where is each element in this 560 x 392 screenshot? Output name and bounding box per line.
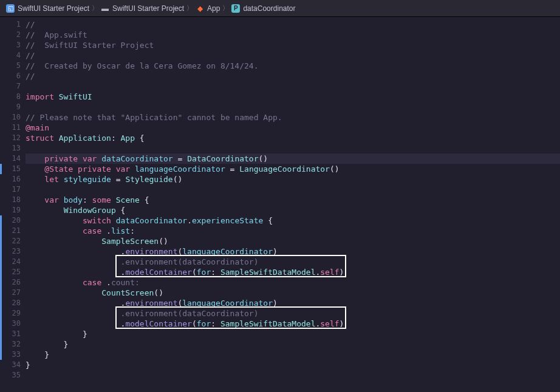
token-plain: { xyxy=(263,216,273,225)
code-line[interactable]: .modelContainer(for: SampleSwiftDataMode… xyxy=(26,319,560,329)
code-line[interactable]: var body: some Scene { xyxy=(26,195,560,205)
code-line[interactable]: .environment(languageCoordinator) xyxy=(26,298,560,308)
token-plain xyxy=(54,133,59,143)
token-keyword: self xyxy=(320,319,339,328)
code-line[interactable]: SampleScreen() xyxy=(26,236,560,246)
token-plain xyxy=(54,92,59,101)
token-keyword: case xyxy=(83,278,101,287)
code-line[interactable]: .environment(dataCoordinator) xyxy=(26,257,560,267)
code-line[interactable] xyxy=(26,81,560,92)
code-line[interactable]: } xyxy=(26,329,560,339)
token-plain xyxy=(26,154,44,163)
code-line[interactable]: private var dataCoordinator = DataCoordi… xyxy=(26,154,560,164)
token-plain xyxy=(26,175,44,184)
token-plain: ) xyxy=(273,299,278,308)
code-line[interactable]: struct Application: App { xyxy=(26,133,560,143)
token-type: App xyxy=(121,133,135,143)
token-plain xyxy=(26,237,101,246)
code-line[interactable]: @State private var languageCoordinator =… xyxy=(26,164,560,174)
line-number: 31 xyxy=(0,329,26,339)
code-line[interactable]: // xyxy=(26,50,560,61)
code-line[interactable]: // SwiftUI Starter Project xyxy=(26,40,560,50)
token-plain xyxy=(111,195,116,204)
token-plain xyxy=(26,226,83,235)
token-plain: : xyxy=(130,226,135,235)
code-line[interactable]: CountScreen() xyxy=(26,288,560,298)
code-line[interactable]: // App.swift xyxy=(26,30,560,40)
line-number: 23 xyxy=(0,246,26,257)
token-ident: for xyxy=(197,319,211,328)
token-plain: ) xyxy=(340,319,344,328)
line-number: 33 xyxy=(0,350,26,360)
breadcrumb-label: App xyxy=(207,4,220,13)
project-icon: ◱ xyxy=(6,4,15,13)
code-editor[interactable]: 1234567891011121314151617181920212223242… xyxy=(0,17,560,392)
token-plain: ( xyxy=(192,268,197,277)
token-plain xyxy=(111,216,116,225)
token-keyword: @main xyxy=(26,123,49,132)
token-func: modelContainer xyxy=(125,268,192,277)
line-number: 17 xyxy=(0,184,26,195)
breadcrumb-item-2[interactable]: ◆ App xyxy=(196,4,220,13)
token-type: Styleguide xyxy=(125,175,172,184)
code-line[interactable]: import SwiftUI xyxy=(26,92,560,102)
token-plain xyxy=(26,278,83,287)
token-plain xyxy=(26,206,64,215)
code-line[interactable]: .environment(languageCoordinator) xyxy=(26,246,560,257)
code-line[interactable]: let styleguide = Styleguide() xyxy=(26,174,560,184)
code-line[interactable] xyxy=(26,184,560,195)
line-number: 18 xyxy=(0,195,26,205)
token-plain: () xyxy=(154,288,163,297)
code-line[interactable]: WindowGroup { xyxy=(26,205,560,215)
code-line[interactable]: // Please note that "Application" cannot… xyxy=(26,112,560,123)
token-comment: // Created by Oscar de la Cera Gomez on … xyxy=(26,61,259,70)
code-line[interactable] xyxy=(26,102,560,112)
token-plain: { xyxy=(116,206,126,215)
code-line[interactable]: } xyxy=(26,350,560,360)
line-number: 19 xyxy=(0,205,26,215)
token-dim: .environment(dataCoordinator) xyxy=(121,309,259,318)
code-line[interactable]: // xyxy=(26,71,560,81)
line-number: 6 xyxy=(0,71,26,81)
token-type: Application xyxy=(59,133,111,143)
token-ident: list xyxy=(111,226,130,235)
code-line[interactable] xyxy=(26,143,560,154)
code-line[interactable]: // xyxy=(26,19,560,30)
swift-icon: ◆ xyxy=(196,4,204,13)
token-plain xyxy=(26,195,44,204)
code-line[interactable] xyxy=(26,370,560,380)
token-dim: count: xyxy=(111,278,140,287)
breadcrumb-item-3[interactable]: P dataCoordinator xyxy=(231,4,295,13)
line-number: 30 xyxy=(0,319,26,329)
token-ident: languageCoordinator xyxy=(182,247,273,256)
line-number: 1 xyxy=(0,19,26,30)
code-line[interactable]: // Created by Oscar de la Cera Gomez on … xyxy=(26,61,560,71)
token-keyword: import xyxy=(26,92,54,101)
breadcrumb-item-1[interactable]: ▬ SwiftUI Starter Project xyxy=(101,4,184,13)
code-area[interactable]: //// App.swift// SwiftUI Starter Project… xyxy=(26,17,560,392)
breadcrumb-item-0[interactable]: ◱ SwiftUI Starter Project xyxy=(6,4,89,13)
token-plain: ) xyxy=(273,247,278,256)
line-number: 35 xyxy=(0,370,26,380)
line-number: 20 xyxy=(0,215,26,226)
token-plain xyxy=(130,164,135,174)
code-line[interactable]: @main xyxy=(26,123,560,133)
chevron-right-icon: 〉 xyxy=(222,4,229,13)
line-number: 14 xyxy=(0,154,26,164)
token-type: SwiftUI xyxy=(59,92,92,101)
line-number: 5 xyxy=(0,61,26,71)
token-ident: dataCoordinator xyxy=(116,216,187,225)
token-plain xyxy=(26,216,83,225)
code-line[interactable]: .environment(dataCoordinator) xyxy=(26,308,560,319)
token-plain: . xyxy=(101,226,111,235)
code-line[interactable]: .modelContainer(for: SampleSwiftDataMode… xyxy=(26,267,560,277)
code-line[interactable]: } xyxy=(26,360,560,370)
token-ident: for xyxy=(197,268,211,277)
code-line[interactable]: case .count: xyxy=(26,277,560,288)
code-line[interactable]: case .list: xyxy=(26,226,560,236)
code-line[interactable]: switch dataCoordinator.experienceState { xyxy=(26,215,560,226)
token-keyword: private var xyxy=(44,154,97,163)
token-type: DataCoordinator xyxy=(187,154,258,163)
line-number: 10 xyxy=(0,112,26,123)
code-line[interactable]: } xyxy=(26,339,560,350)
